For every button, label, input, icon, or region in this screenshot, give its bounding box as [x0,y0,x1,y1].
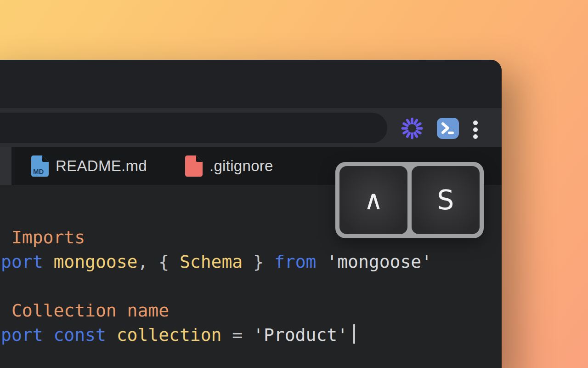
code-token: port [1,252,43,272]
code-token: 'mongoose' [327,252,432,272]
code-token: } [243,252,274,272]
text-cursor [353,324,355,344]
code-token: mongoose [53,252,137,272]
code-token: port [1,325,43,345]
stage: MD README.md .gitignore Importsport mong… [0,0,588,368]
terminal-icon [437,118,459,139]
keystroke-overlay: ∧ S [335,162,484,238]
code-line [1,274,502,299]
tab-gitignore[interactable]: .gitignore [185,147,273,185]
window-header [0,60,502,108]
keycap-s: S [412,166,480,234]
code-token [316,252,327,272]
tab-readme-label: README.md [56,157,147,175]
code-token: from [274,252,317,272]
code-token [106,325,117,345]
terminal-button[interactable] [437,118,459,139]
tab-readme[interactable]: MD README.md [31,147,147,185]
control-key-glyph: ∧ [364,184,383,216]
keycap-control: ∧ [339,166,407,234]
toolbar [0,108,502,147]
markdown-file-icon: MD [31,155,49,177]
code-token: = [221,325,253,345]
code-token: , { [137,252,180,272]
code-line: port mongoose, { Schema } from 'mongoose… [1,250,502,274]
code-token: collection [117,325,222,345]
code-token: Imports [1,227,85,247]
code-token: Schema [180,252,243,272]
code-token: Collection name [1,300,169,321]
file-icon [185,155,203,177]
code-line: Collection name [1,299,502,323]
svg-text:MD: MD [33,167,44,175]
kebab-icon [473,120,478,140]
overflow-menu-button[interactable] [470,119,481,141]
partial-tab-edge[interactable] [0,147,11,185]
code-token [43,325,54,345]
code-token: 'Product' [253,325,348,345]
s-key-glyph: S [437,184,454,216]
tab-gitignore-label: .gitignore [209,157,273,175]
spinner-icon-svg [401,116,424,140]
search-bar[interactable] [0,113,387,143]
spinner-icon[interactable] [401,116,424,140]
code-line: port const collection = 'Product' [1,323,502,347]
code-token: const [53,325,106,345]
code-token [43,252,54,272]
